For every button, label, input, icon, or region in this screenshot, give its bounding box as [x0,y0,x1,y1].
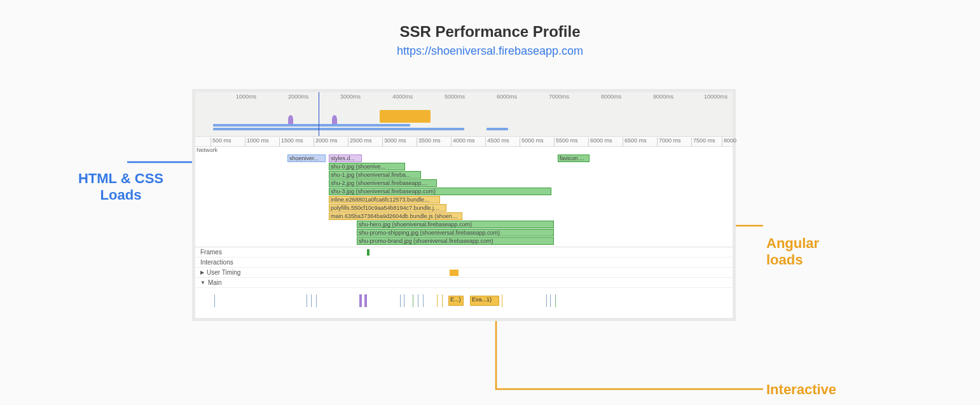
ruler-tick: 5500 ms [554,137,578,146]
ov-network-bar [487,128,508,130]
network-request-bar[interactable]: polyfills.550cf10c9aa54b8194c7.bundle.j… [329,204,446,212]
task-stripe [442,294,443,307]
task-stripe [437,294,438,307]
annotation-angular-loads: Angularloads [766,235,855,269]
lane-label: Main [208,279,222,286]
ov-tick: 6000ms [497,93,517,100]
frame-marker [367,249,369,256]
ov-tick: 1000ms [236,93,256,100]
ov-tick: 3000ms [340,93,361,100]
ov-cpu-spike [332,115,337,124]
network-request-bar[interactable]: shu-3.jpg (shoeniversal.firebaseapp.com) [329,188,551,195]
ov-cpu-spike [288,115,293,124]
overview-strip[interactable]: 1000ms 2000ms 3000ms 4000ms 5000ms 6000m… [195,92,733,137]
lane-user-timing[interactable]: ▶ User Timing [195,268,733,278]
ov-tick: 10000ms [704,93,728,100]
task-stripe [214,294,215,307]
user-timing-mark [450,270,459,276]
ruler-tick: 3000 ms [382,137,406,146]
ruler-tick: 1500 ms [279,137,303,146]
annotation-interactive: Interactive [766,381,868,398]
expand-icon[interactable]: ▶ [200,270,204,275]
network-request-bar[interactable]: shu-1.jpg (shoeniversal.fireba... [329,171,421,179]
ov-script-activity [380,110,431,123]
flame-evaluate-script[interactable]: Eva...1) [470,296,499,306]
task-stripe [311,294,312,307]
ruler-tick: 1000 ms [245,137,269,146]
ruler-tick: 6500 ms [623,137,647,146]
ruler-tick: 4500 ms [485,137,509,146]
ov-tick: 9000ms [653,93,673,100]
lane-label: Interactions [200,259,233,266]
network-request-bar[interactable]: main.635ba37384ba9d2604db.bundle.js (sho… [329,212,462,220]
task-stripe [555,294,556,307]
flame-evaluate-script[interactable]: E...) [448,296,464,306]
task-stripe [400,294,401,307]
ov-tick: 5000ms [445,93,465,100]
task-stripe [418,294,418,307]
network-section-label: Network [197,147,217,153]
network-request-bar[interactable]: inline.e268801a0fca6fc12573.bundle… [329,196,440,203]
task-stripe [546,294,547,307]
ov-tick: 4000ms [392,93,413,100]
lane-frames[interactable]: Frames [195,247,733,257]
ruler-tick: 2000 ms [314,137,338,146]
network-request-bar[interactable]: shoeniver... [287,154,326,162]
ruler-tick: 7000 ms [657,137,681,146]
page-url[interactable]: https://shoeniversal.firebaseapp.com [0,45,980,58]
timeline-ruler[interactable]: 500 ms 1000 ms 1500 ms 2000 ms 2500 ms 3… [195,137,733,147]
ruler-tick: 7500 ms [691,137,715,146]
lane-label: Frames [200,249,222,256]
ruler-tick: 2500 ms [348,137,372,146]
lane-main[interactable]: ▼ Main [195,278,733,288]
network-request-bar[interactable]: shu-promo-brand.jpg (shoeniversal.fireba… [357,237,554,245]
arrow-interactive [490,312,808,401]
lane-interactions[interactable]: Interactions [195,257,733,268]
page-title: SSR Performance Profile [0,23,980,41]
ov-tick: 7000ms [549,93,569,100]
ruler-tick: 3500 ms [417,137,441,146]
network-request-bar[interactable]: shu-2.jpg (shoeniversal.firebaseapp.... [329,179,437,187]
task-stripe [364,294,367,307]
task-stripe [413,294,413,307]
main-thread-flame[interactable]: E...) Eva...1) [195,288,733,313]
task-stripe [316,294,317,307]
annotation-html-css-loads: HTML & CSSLoads [64,170,178,204]
collapse-icon[interactable]: ▼ [200,280,205,285]
ruler-tick: 5000 ms [520,137,544,146]
network-request-bar[interactable]: shu-0.jpg (shoenive... [329,163,405,170]
network-request-bar[interactable]: shu-hero.jpg (shoeniversal.firebaseapp.c… [357,221,554,228]
ov-tick: 8000ms [601,93,621,100]
task-stripe [404,294,404,307]
ruler-tick: 6000 ms [588,137,612,146]
ov-network-bar [213,128,464,130]
network-request-bar[interactable]: favicon.... [558,154,590,162]
lane-label: User Timing [207,269,240,276]
devtools-performance-panel[interactable]: 1000ms 2000ms 3000ms 4000ms 5000ms 6000m… [192,89,736,321]
ruler-tick: 4000 ms [451,137,475,146]
ov-tick: 2000ms [288,93,308,100]
ruler-tick: 500 ms [210,137,231,146]
ov-network-bar [213,124,410,127]
task-stripe [550,294,551,307]
task-stripe [307,294,307,307]
ov-time-cursor[interactable] [319,92,319,136]
task-stripe [502,294,502,307]
ruler-tick: 8000 [722,137,736,146]
network-request-bar[interactable]: styles.d... [329,154,362,162]
network-request-bar[interactable]: shu-promo-shipping.jpg (shoeniversal.fir… [357,229,554,237]
network-waterfall[interactable]: Network shoeniver...styles.d...shu-0.jpg… [195,147,733,247]
task-stripe [359,294,362,307]
task-stripe [423,294,424,307]
